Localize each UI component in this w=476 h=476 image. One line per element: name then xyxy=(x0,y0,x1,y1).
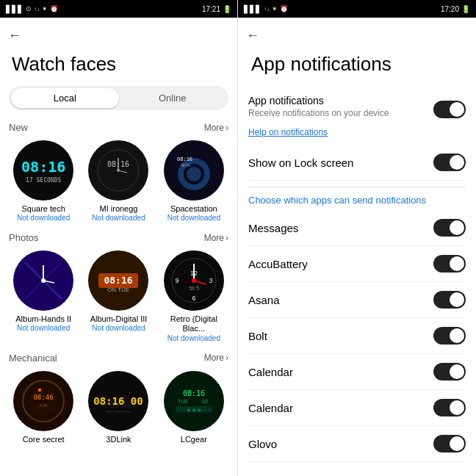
right-alarm-icon: ⏰ xyxy=(280,5,288,12)
face-item-album-hands[interactable]: Album-Hands II Not downloaded xyxy=(9,250,78,342)
face-item-3dlink[interactable]: 08:16 00 ── ── ── 3DLink xyxy=(84,371,153,444)
app-label-messages: Messages xyxy=(248,222,298,234)
face-status-square-tech: Not downloaded xyxy=(17,214,70,222)
app-label-bolt: Bolt xyxy=(248,330,267,342)
app-label-glovo: Glovo xyxy=(248,438,277,450)
app-notifications-toggle[interactable] xyxy=(433,101,466,118)
toggle-messages[interactable] xyxy=(433,219,466,237)
svg-text:TUE: TUE xyxy=(39,403,48,408)
face-status-album-hands: Not downloaded xyxy=(17,324,70,332)
tab-local[interactable]: Local xyxy=(11,88,119,108)
face-status-mi-ironegg: Not downloaded xyxy=(92,214,145,222)
toggle-calendar2[interactable] xyxy=(433,399,466,416)
left-panel: ▋▋▋ ⊙ ↑↓ ✶ ⏰ 17:21 🔋 ← Watch faces Local… xyxy=(0,0,238,476)
face-name-square-tech: Square tech xyxy=(22,204,65,214)
chevron-right-icon: › xyxy=(226,123,228,133)
face-name-core-secret: Core secret xyxy=(23,435,65,444)
svg-text:08:16: 08:16 xyxy=(104,275,133,286)
face-item-core-secret[interactable]: 08:46 TUE Core secret xyxy=(9,371,78,444)
face-name-album-digital: Album-Digital III xyxy=(90,314,148,324)
lock-screen-row: Show on Lock screen xyxy=(248,145,466,181)
left-back-button[interactable]: ← xyxy=(3,24,26,47)
svg-text:02: 02 xyxy=(202,399,208,404)
right-status-left: ▋▋▋ ↑↓ ✶ ⏰ xyxy=(244,5,288,13)
face-name-3dlink: 3DLink xyxy=(106,435,131,444)
app-row-messages: Messages xyxy=(248,210,466,246)
app-notifications-label: App notifications xyxy=(248,95,389,107)
app-row-asana: Asana xyxy=(248,282,466,318)
lock-screen-toggle[interactable] xyxy=(433,154,466,171)
app-row-accubattery: AccuBattery xyxy=(248,246,466,282)
toggle-asana[interactable] xyxy=(433,291,466,309)
bluetooth-icon: ✶ xyxy=(42,5,48,12)
face-status-spacestation: Not downloaded xyxy=(167,214,220,222)
face-item-square-tech[interactable]: 08:16 17 SECONDS Square tech Not downloa… xyxy=(9,140,78,222)
svg-text:58 5: 58 5 xyxy=(189,286,199,291)
svg-text:◎ ◎ ◎: ◎ ◎ ◎ xyxy=(187,407,201,412)
face-status-retro-black: Not downloaded xyxy=(167,334,220,342)
more-link-photos[interactable]: More › xyxy=(204,233,228,243)
right-status-right: 17:20 🔋 xyxy=(441,5,470,13)
toggle-accubattery[interactable] xyxy=(433,255,466,273)
right-back-arrow-icon: ← xyxy=(246,28,259,43)
left-panel-content: Watch faces Local Online New More › 08:1… xyxy=(0,53,237,476)
face-item-retro-black[interactable]: 12 3 6 9 58 5 Retro (Digital Blac... Not… xyxy=(159,250,228,342)
section-title-mechanical: Mechanical xyxy=(9,353,57,364)
svg-text:08:16 00: 08:16 00 xyxy=(94,395,143,407)
svg-text:── ── ──: ── ── ── xyxy=(106,409,131,414)
section-title-photos: Photos xyxy=(9,232,38,243)
svg-point-41 xyxy=(169,376,219,426)
face-circle-retro-black: 12 3 6 9 58 5 xyxy=(164,250,224,311)
help-notifications-link[interactable]: Help on notifications xyxy=(248,127,466,137)
face-item-album-digital[interactable]: 08:16 ON TUE Album-Digital III Not downl… xyxy=(84,250,153,342)
right-back-button[interactable]: ← xyxy=(241,24,264,47)
section-header-mechanical: Mechanical More › xyxy=(9,353,228,364)
toggle-bolt[interactable] xyxy=(433,327,466,345)
app-row-glovo: Glovo xyxy=(248,426,466,462)
svg-rect-36 xyxy=(38,389,41,392)
toggle-calendar1[interactable] xyxy=(433,363,466,381)
signal-icon: ▋▋▋ xyxy=(6,5,24,13)
right-battery-icon: 🔋 xyxy=(461,5,470,13)
face-circle-mi-ironegg: 08:16 xyxy=(88,140,148,201)
right-bt-icon: ✶ xyxy=(272,5,278,12)
face-circle-core-secret: 08:46 TUE xyxy=(13,371,73,431)
toggle-glovo[interactable] xyxy=(433,435,466,452)
face-name-spacestation: Spacestation xyxy=(170,204,217,214)
more-link-mechanical[interactable]: More › xyxy=(204,353,228,363)
tab-online[interactable]: Online xyxy=(119,88,227,108)
section-header-photos: Photos More › xyxy=(9,232,228,243)
svg-point-16 xyxy=(41,278,46,283)
face-name-mi-ironegg: MI ironegg xyxy=(100,204,138,214)
left-status-bar: ▋▋▋ ⊙ ↑↓ ✶ ⏰ 17:21 🔋 xyxy=(0,0,237,18)
svg-point-33 xyxy=(29,386,58,416)
face-circle-3dlink: 08:16 00 ── ── ── xyxy=(88,371,148,431)
face-circle-album-hands xyxy=(13,250,73,311)
svg-text:08:16: 08:16 xyxy=(177,156,192,162)
tab-switcher: Local Online xyxy=(9,86,228,110)
left-status-left: ▋▋▋ ⊙ ↑↓ ✶ ⏰ xyxy=(6,5,58,13)
more-link-new[interactable]: More › xyxy=(204,123,228,133)
app-notifications-text: App notifications Receive notifications … xyxy=(248,95,389,124)
choose-apps-title: Choose which apps can send notifications xyxy=(248,195,466,206)
svg-text:TUE: TUE xyxy=(178,399,188,404)
svg-point-8 xyxy=(187,167,201,181)
app-label-calendar2: Calendar xyxy=(248,402,293,414)
face-item-mi-ironegg[interactable]: 08:16 MI ironegg Not downloaded xyxy=(84,140,153,222)
app-label-accubattery: AccuBattery xyxy=(248,258,308,270)
face-name-album-hands: Album-Hands II xyxy=(15,314,71,324)
app-row-calendar1: Calendar xyxy=(248,354,466,390)
right-status-bar: ▋▋▋ ↑↓ ✶ ⏰ 17:20 🔋 xyxy=(238,0,476,18)
right-page-title: App notifications xyxy=(248,53,466,76)
battery-icon-left: 🔋 xyxy=(223,5,231,13)
svg-point-29 xyxy=(192,278,196,283)
face-circle-spacestation: 08:16 60% xyxy=(164,140,224,201)
face-item-lcgear[interactable]: 08:16 TUE 02 ◎ ◎ ◎ LCgear xyxy=(159,371,228,444)
face-circle-lcgear: 08:16 TUE 02 ◎ ◎ ◎ xyxy=(164,371,224,431)
svg-text:08:46: 08:46 xyxy=(34,394,54,401)
right-time: 17:20 xyxy=(441,5,459,13)
section-title-new: New xyxy=(9,122,28,133)
app-notifications-main-row: App notifications Receive notifications … xyxy=(248,86,466,127)
app-notifications-sub: Receive notifications on your device xyxy=(248,108,389,118)
face-item-spacestation[interactable]: 08:16 60% Spacestation Not downloaded xyxy=(159,140,228,222)
